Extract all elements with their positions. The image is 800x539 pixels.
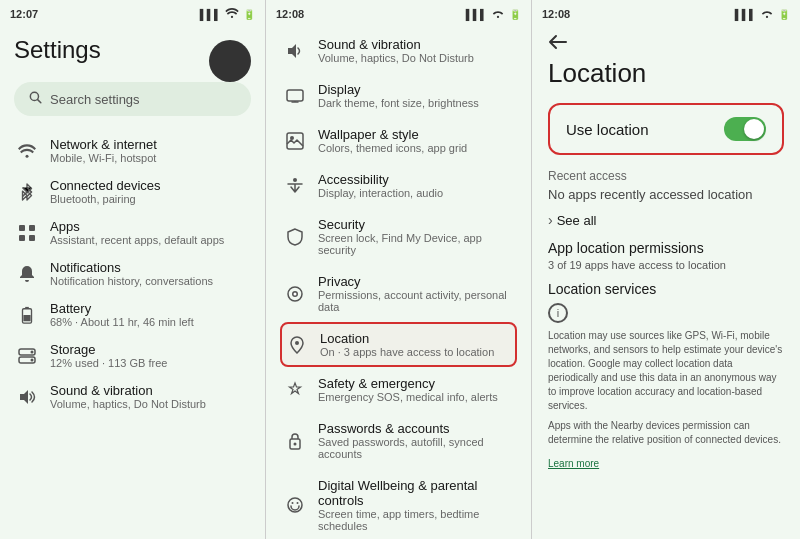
settings-item-connected[interactable]: Connected devices Bluetooth, pairing	[14, 171, 251, 212]
svg-rect-6	[19, 235, 25, 241]
svg-point-14	[31, 358, 34, 361]
settings-item-storage[interactable]: Storage 12% used · 113 GB free	[14, 335, 251, 376]
app-location-heading: App location permissions	[548, 240, 784, 256]
svg-marker-15	[20, 390, 28, 404]
svg-point-33	[766, 16, 768, 18]
time-3: 12:08	[542, 8, 570, 20]
status-icons-3: ▌▌▌ 🔋	[735, 8, 790, 20]
svg-rect-5	[29, 225, 35, 231]
status-icons-2: ▌▌▌ 🔋	[466, 8, 521, 20]
settings-item-sound[interactable]: Sound & vibration Volume, haptics, Do No…	[14, 376, 251, 417]
bell-icon	[16, 263, 38, 285]
panel3-content: Location Use location Recent access No a…	[532, 54, 800, 539]
notifications-text: Notifications Notification history, conv…	[50, 260, 213, 287]
signal-icon: ▌▌▌	[200, 9, 221, 20]
svg-point-23	[293, 178, 297, 182]
panel2-menu: 12:08 ▌▌▌ 🔋 Sound & vibration Volume, ha…	[266, 0, 532, 539]
panel2-item-sound[interactable]: Sound & vibration Volume, haptics, Do No…	[280, 28, 517, 73]
back-button[interactable]	[532, 28, 800, 54]
panel2-safety-icon	[284, 379, 306, 401]
search-icon	[28, 90, 42, 108]
status-bar-3: 12:08 ▌▌▌ 🔋	[532, 0, 800, 28]
panel2-item-privacy[interactable]: Privacy Permissions, account activity, p…	[280, 265, 517, 322]
avatar[interactable]	[209, 40, 251, 82]
storage-text: Storage 12% used · 113 GB free	[50, 342, 167, 369]
location-title: Location	[548, 58, 784, 89]
battery-status-icon: 🔋	[243, 9, 255, 20]
panel2-security-icon	[284, 226, 306, 248]
panel2-accessibility-icon	[284, 175, 306, 197]
bluetooth-icon	[16, 181, 38, 203]
svg-rect-18	[287, 90, 303, 101]
panel2-item-security[interactable]: Security Screen lock, Find My Device, ap…	[280, 208, 517, 265]
info-icon: i	[548, 303, 568, 323]
connected-text: Connected devices Bluetooth, pairing	[50, 178, 161, 205]
settings-item-apps[interactable]: Apps Assistant, recent apps, default app…	[14, 212, 251, 253]
panel2-item-location[interactable]: Location On · 3 apps have access to loca…	[280, 322, 517, 367]
location-toggle[interactable]	[724, 117, 766, 141]
status-bar-1: 12:07 ▌▌▌ 🔋	[0, 0, 265, 28]
panel2-privacy-icon	[284, 283, 306, 305]
wifi-icon	[16, 140, 38, 162]
storage-icon	[16, 345, 38, 367]
nearby-devices-text: Apps with the Nearby devices permission …	[548, 419, 784, 447]
apps-text: Apps Assistant, recent apps, default app…	[50, 219, 224, 246]
recent-access-value: No apps recently accessed location	[548, 187, 784, 202]
signal-icon-2: ▌▌▌	[466, 9, 487, 20]
svg-point-27	[295, 341, 299, 345]
status-bar-2: 12:08 ▌▌▌ 🔋	[266, 0, 531, 28]
app-location-sub: 3 of 19 apps have access to location	[548, 259, 784, 271]
search-bar[interactable]: Search settings	[14, 82, 251, 116]
use-location-box: Use location	[548, 103, 784, 155]
panel2-item-accessibility[interactable]: Accessibility Display, interaction, audi…	[280, 163, 517, 208]
panel1-content: Settings Search settings Network & inter…	[0, 28, 265, 539]
svg-point-32	[297, 502, 299, 504]
time-1: 12:07	[10, 8, 38, 20]
svg-point-12	[31, 350, 34, 353]
see-all-button[interactable]: › See all	[548, 212, 784, 228]
settings-item-network[interactable]: Network & internet Mobile, Wi-Fi, hotspo…	[14, 130, 251, 171]
use-location-label: Use location	[566, 121, 649, 138]
sound-icon	[16, 386, 38, 408]
panel1-settings: 12:07 ▌▌▌ 🔋 Settings Search settings	[0, 0, 266, 539]
svg-rect-9	[25, 306, 29, 308]
panel2-sound-icon	[284, 40, 306, 62]
wifi-status-icon	[225, 8, 239, 20]
svg-point-26	[294, 292, 297, 295]
apps-icon	[16, 222, 38, 244]
battery-text: Battery 68% · About 11 hr, 46 min left	[50, 301, 194, 328]
battery-icon	[16, 304, 38, 326]
svg-point-29	[294, 442, 297, 445]
panel2-wellbeing-icon	[284, 494, 306, 516]
svg-marker-17	[288, 44, 296, 58]
info-container: i Location may use sources like GPS, Wi-…	[548, 303, 784, 471]
wifi-icon-2	[491, 8, 505, 20]
search-input-label: Search settings	[50, 92, 140, 107]
sound-text: Sound & vibration Volume, haptics, Do No…	[50, 383, 206, 410]
network-text: Network & internet Mobile, Wi-Fi, hotspo…	[50, 137, 157, 164]
page-title-settings: Settings	[14, 36, 101, 64]
settings-item-battery[interactable]: Battery 68% · About 11 hr, 46 min left	[14, 294, 251, 335]
svg-rect-4	[19, 225, 25, 231]
signal-icon-3: ▌▌▌	[735, 9, 756, 20]
location-info-text: Location may use sources like GPS, Wi-Fi…	[548, 329, 784, 413]
panel2-passwords-icon	[284, 430, 306, 452]
svg-point-16	[497, 16, 499, 18]
panel3-location: 12:08 ▌▌▌ 🔋 Location Use location Recent…	[532, 0, 800, 539]
panel2-item-safety[interactable]: Safety & emergency Emergency SOS, medica…	[280, 367, 517, 412]
panel2-item-display[interactable]: Display Dark theme, font size, brightnes…	[280, 73, 517, 118]
location-services-heading: Location services	[548, 281, 784, 297]
settings-item-notifications[interactable]: Notifications Notification history, conv…	[14, 253, 251, 294]
see-all-label: See all	[557, 213, 597, 228]
panel2-wallpaper-icon	[284, 130, 306, 152]
panel2-item-passwords[interactable]: Passwords & accounts Saved passwords, au…	[280, 412, 517, 469]
learn-more-link[interactable]: Learn more	[548, 458, 599, 469]
status-icons-1: ▌▌▌ 🔋	[200, 8, 255, 20]
svg-line-2	[38, 100, 41, 103]
svg-rect-10	[23, 315, 30, 321]
panel2-item-wallpaper[interactable]: Wallpaper & style Colors, themed icons, …	[280, 118, 517, 163]
panel2-display-icon	[284, 85, 306, 107]
panel2-item-wellbeing[interactable]: Digital Wellbeing & parental controls Sc…	[280, 469, 517, 539]
panel2-location-icon	[286, 334, 308, 356]
svg-point-31	[292, 502, 294, 504]
